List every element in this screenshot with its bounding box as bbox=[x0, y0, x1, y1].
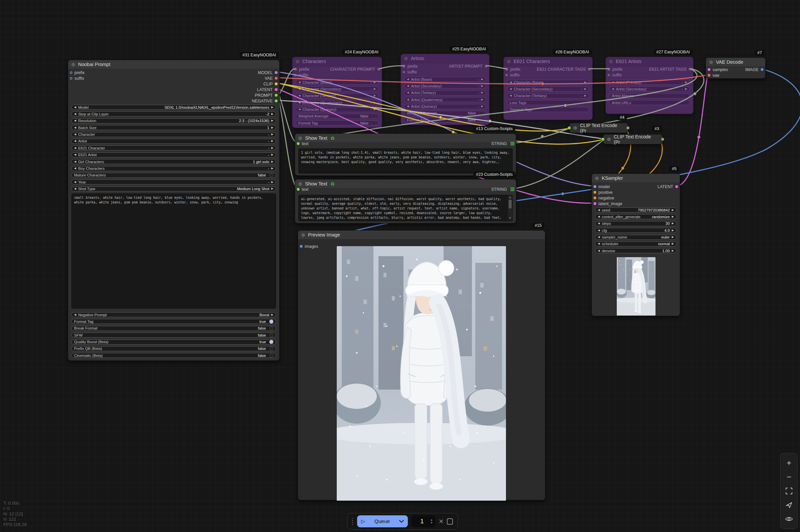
combo-prev-icon[interactable]: ◀ bbox=[298, 108, 300, 111]
widget-resolution[interactable]: ◀Resolution2:3 - (1024x1536)▶ bbox=[71, 118, 276, 124]
combo-next-icon[interactable]: ▶ bbox=[584, 94, 587, 97]
widget-artist-primary[interactable]: ◀Artist (Primary)-▶ bbox=[609, 80, 690, 85]
node-title-bar[interactable]: E621 Artists bbox=[606, 57, 693, 66]
prompt-textarea[interactable]: small breasts, white hair, low-tied long… bbox=[71, 193, 276, 308]
widget-character-base[interactable]: ◀Character (Base)-▶ bbox=[507, 80, 589, 85]
toggle-knob[interactable] bbox=[479, 111, 483, 115]
widget-negative-prompt[interactable]: ◀Negative PromptBoost▶ bbox=[71, 312, 276, 317]
widget-weighed-average[interactable]: Weighed Averagefalse bbox=[296, 114, 378, 119]
widget-year[interactable]: ◀Year-▶ bbox=[71, 179, 276, 185]
output-latent[interactable]: LATENT bbox=[257, 87, 278, 92]
node-characters[interactable]: #24 EasyNOOBAI Characters prefix suffix … bbox=[292, 57, 382, 128]
widget-character-tertiary[interactable]: ◀Character (Tertiary)-▶ bbox=[507, 93, 589, 98]
node-e621-artists[interactable]: #27 EasyNOOBAI E621 Artists prefix suffi… bbox=[606, 57, 693, 114]
queue-button[interactable]: ▷ Queue bbox=[357, 515, 408, 527]
widget-artist-base[interactable]: ◀Artist (Base)-▶ bbox=[404, 77, 486, 82]
combo-next-icon[interactable]: ▶ bbox=[685, 88, 687, 90]
combo-prev-icon[interactable]: ◀ bbox=[74, 113, 76, 115]
combo-next-icon[interactable]: ▶ bbox=[271, 160, 273, 163]
widget-prefix-qb-beta[interactable]: Prefix QB (Beta)false bbox=[71, 346, 276, 351]
output-prompt[interactable]: PROMPT bbox=[255, 93, 278, 98]
widget-quality-boost-beta[interactable]: Quality Boost (Beta)true bbox=[71, 340, 276, 345]
combo-prev-icon[interactable]: ◀ bbox=[74, 127, 76, 129]
zoom-out-button[interactable]: − bbox=[784, 472, 794, 482]
clear-queue-icon[interactable]: × bbox=[439, 517, 444, 525]
combo-next-icon[interactable]: ▶ bbox=[584, 81, 587, 84]
toggle-knob[interactable] bbox=[269, 354, 273, 358]
collapse-dot-icon[interactable] bbox=[607, 137, 611, 141]
node-clip-text-encode-negative[interactable]: #3 CLIP Text Encode (Pr bbox=[603, 134, 663, 145]
widget-character-tertiary[interactable]: ◀Character (Tertiary)-▶ bbox=[296, 93, 378, 98]
zoom-in-button[interactable]: + bbox=[784, 458, 794, 468]
node-title-bar[interactable]: Show Text♻ bbox=[295, 179, 516, 188]
combo-prev-icon[interactable]: ◀ bbox=[598, 249, 600, 252]
toggle-link-visibility-button[interactable] bbox=[784, 514, 794, 524]
widget-seed[interactable]: ◀seed795279720386842▶ bbox=[595, 207, 676, 212]
combo-next-icon[interactable]: ▶ bbox=[271, 133, 273, 136]
collapse-dot-icon[interactable] bbox=[71, 63, 75, 66]
collapse-dot-icon[interactable] bbox=[595, 176, 599, 180]
combo-prev-icon[interactable]: ◀ bbox=[510, 81, 511, 84]
output-string[interactable]: STRING bbox=[491, 187, 514, 192]
combo-next-icon[interactable]: ▶ bbox=[481, 91, 483, 94]
widget-steps[interactable]: ◀steps30▶ bbox=[595, 221, 676, 226]
widget-artist-tertiary[interactable]: ◀Artist (Tertiary)-▶ bbox=[404, 90, 486, 95]
output-negative[interactable]: NEGATIVE bbox=[252, 98, 278, 103]
toggle-knob[interactable] bbox=[479, 118, 483, 122]
widget-character-secondary[interactable]: ◀Character (Secondary)-▶ bbox=[296, 87, 378, 91]
combo-prev-icon[interactable]: ◀ bbox=[407, 85, 409, 88]
combo-next-icon[interactable]: ▶ bbox=[271, 181, 273, 184]
widget-cinematic-beta[interactable]: Cinematic (Beta)false bbox=[71, 353, 276, 358]
node-clip-text-encode-positive[interactable]: #4 CLIP Text Encode (Pr bbox=[569, 123, 628, 133]
widget-artist-quinary[interactable]: ◀Artist (Quinary)-▶ bbox=[404, 104, 486, 109]
collapse-dot-icon[interactable] bbox=[298, 136, 302, 140]
output-image[interactable]: IMAGE bbox=[745, 67, 764, 72]
combo-prev-icon[interactable]: ◀ bbox=[74, 147, 76, 149]
input-prefix[interactable]: prefix bbox=[70, 70, 85, 75]
stop-icon[interactable] bbox=[447, 518, 453, 525]
widget-e621-character[interactable]: ◀E621 Character-▶ bbox=[71, 146, 276, 150]
combo-prev-icon[interactable]: ◀ bbox=[598, 229, 600, 232]
combo-next-icon[interactable]: ▶ bbox=[672, 229, 674, 232]
combo-next-icon[interactable]: ▶ bbox=[672, 243, 674, 245]
input-images[interactable]: images bbox=[300, 244, 318, 249]
widget-character-secondary[interactable]: ◀Character (Secondary)-▶ bbox=[507, 87, 589, 91]
count-down-icon[interactable]: ▼ bbox=[430, 522, 433, 524]
collapse-dot-icon[interactable] bbox=[573, 126, 577, 130]
toggle-knob[interactable] bbox=[372, 121, 376, 125]
combo-prev-icon[interactable]: ◀ bbox=[598, 215, 600, 218]
widget-e621-artist[interactable]: ◀E621 Artist-▶ bbox=[71, 152, 276, 157]
combo-next-icon[interactable]: ▶ bbox=[374, 108, 376, 111]
output-clip[interactable]: CLIP bbox=[263, 81, 278, 87]
drag-handle-icon[interactable] bbox=[352, 518, 353, 525]
input-latent-image[interactable]: latent_image bbox=[593, 201, 622, 206]
combo-next-icon[interactable]: ▶ bbox=[374, 101, 376, 104]
widget-stop-at-clip-layer[interactable]: ◀Stop at Clip Layer-2▶ bbox=[71, 111, 276, 116]
node-title-bar[interactable]: Characters bbox=[292, 57, 382, 66]
widget-character-quinary[interactable]: ◀Character (Quinary)-▶ bbox=[296, 107, 378, 112]
pan-mode-button[interactable] bbox=[784, 500, 794, 510]
combo-next-icon[interactable]: ▶ bbox=[481, 105, 483, 108]
combo-next-icon[interactable]: ▶ bbox=[481, 98, 483, 101]
collapse-dot-icon[interactable] bbox=[301, 233, 305, 237]
widget-batch-size[interactable]: ◀Batch Size1▶ bbox=[71, 125, 276, 130]
combo-next-icon[interactable]: ▶ bbox=[271, 314, 273, 316]
combo-next-icon[interactable]: ▶ bbox=[672, 236, 674, 239]
combo-prev-icon[interactable]: ◀ bbox=[74, 106, 76, 109]
combo-next-icon[interactable]: ▶ bbox=[672, 209, 674, 211]
widget-weighed-average[interactable]: Weighed Averagefalse bbox=[404, 111, 486, 116]
scrollbar[interactable]: ▲ ▼ bbox=[508, 195, 512, 220]
output-model[interactable]: MODEL bbox=[258, 70, 278, 75]
combo-next-icon[interactable]: ▶ bbox=[374, 81, 376, 84]
widget-character-quaternary[interactable]: ◀Character (Quaternary)-▶ bbox=[296, 100, 378, 105]
widget-model[interactable]: ◀ModelSDXL 1.0/noobaiXLNAIXL_epsilonPred… bbox=[71, 105, 276, 110]
generated-image[interactable] bbox=[337, 246, 506, 501]
combo-prev-icon[interactable]: ◀ bbox=[74, 187, 76, 190]
node-e621-characters[interactable]: #26 EasyNOOBAI E621 Characters prefix su… bbox=[503, 57, 593, 120]
node-vae-decode[interactable]: #7 VAE Decode samples vae IMAGE bbox=[706, 57, 766, 79]
collapsed-input-pin[interactable] bbox=[601, 138, 604, 141]
widget-format-tag[interactable]: Format Tagfalse bbox=[404, 117, 486, 122]
collapse-dot-icon[interactable] bbox=[609, 60, 613, 63]
node-title-bar[interactable]: Artists bbox=[401, 54, 489, 63]
input-suffix[interactable]: suffix bbox=[505, 72, 520, 77]
